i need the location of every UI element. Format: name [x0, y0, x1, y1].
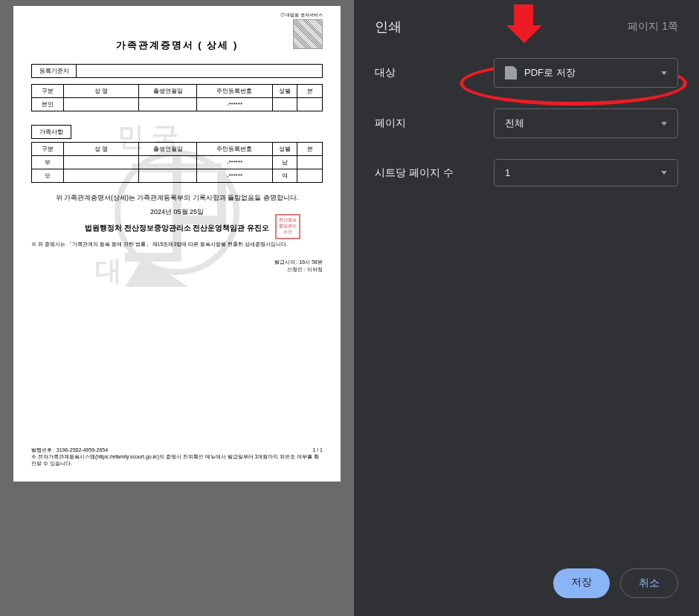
hdr-gubun: 구분 — [32, 85, 64, 98]
hdr-rrn: 주민등록번호 — [197, 143, 272, 156]
cert-issuer: 법원행정처 전산정보중앙관리소 전산운영책임관 유진오 전산정보중앙관리소인 — [31, 223, 323, 233]
row-pages: 페이지 전체 — [375, 108, 678, 138]
hdr-gubun: 구분 — [32, 143, 64, 156]
cell-bon — [297, 98, 323, 111]
footer-note: ※ 전자가족관계등록시스템(https://efamily.scourt.go.… — [31, 453, 323, 467]
per-sheet-label: 시트당 페이지 수 — [375, 166, 494, 180]
document-preview: ◎ 대법원 전자서비스 민 국 대 가족관계증명서 ( 상세 ) 등록기준지 구… — [13, 6, 341, 482]
issue-time-label: 발급시각 : — [274, 259, 300, 265]
issue-no-label: 발행번호 : — [31, 447, 57, 453]
destination-label: 대상 — [375, 66, 494, 80]
cert-issuer-text: 법원행정처 전산정보중앙관리소 전산운영책임관 유진오 — [85, 224, 269, 232]
cell-birth — [138, 156, 197, 169]
cell-name — [63, 169, 138, 183]
doc-meta: 발급시각 : 16시 58분 신청인 : 이하정 — [31, 259, 323, 274]
hdr-name: 성 명 — [63, 143, 138, 156]
issue-time: 16시 58분 — [299, 259, 323, 265]
seal-stamp: 전산정보중앙관리소인 — [275, 214, 300, 239]
hdr-birth: 출생연월일 — [138, 85, 197, 98]
per-sheet-value: 1 — [505, 167, 510, 178]
cell-birth — [138, 98, 197, 111]
cell-birth — [138, 169, 197, 183]
qr-label: ◎ 대법원 전자서비스 — [280, 12, 323, 19]
cert-text: 위 가족관계증명서(상세)는 가족관계등록부의 기록사항과 틀림없음을 증명합니… — [31, 193, 323, 203]
chevron-down-icon — [661, 122, 667, 126]
table-row: 부 -****** 남 — [32, 156, 323, 169]
cell-rrn: -****** — [197, 169, 272, 183]
row-destination: 대상 PDF로 저장 — [375, 58, 678, 88]
doc-footer: 발행번호 : 3196-2502-4959-2654 1 / 1 ※ 전자가족관… — [31, 447, 323, 467]
cell-name — [63, 156, 138, 169]
applicant-label: 신청인 : — [287, 267, 307, 272]
cell-gubun: 부 — [32, 156, 64, 169]
panel-header: 인쇄 페이지 1쪽 — [375, 18, 678, 36]
pages-value: 전체 — [505, 117, 524, 130]
cell-rrn: -****** — [197, 98, 272, 111]
cell-gender — [272, 98, 297, 111]
row-per-sheet: 시트당 페이지 수 1 — [375, 159, 678, 187]
save-button[interactable]: 저장 — [553, 568, 610, 598]
print-panel: 인쇄 페이지 1쪽 대상 PDF로 저장 페이지 전체 시트당 페이지 수 1 — [354, 0, 699, 616]
chevron-down-icon — [661, 71, 667, 75]
register-label: 등록기준지 — [32, 65, 77, 78]
hdr-bon: 본 — [297, 85, 323, 98]
cell-gubun: 본인 — [32, 98, 64, 111]
hdr-gender: 성별 — [272, 85, 297, 98]
table-row: 구분 성 명 출생연월일 주민등록번호 성별 본 — [32, 85, 323, 98]
cancel-button[interactable]: 취소 — [620, 568, 678, 598]
page-number: 1 / 1 — [312, 447, 323, 453]
page-count: 페이지 1쪽 — [628, 20, 678, 33]
hdr-gender: 성별 — [272, 143, 297, 156]
cell-bon — [297, 169, 323, 183]
applicant: 이하정 — [307, 267, 323, 272]
hdr-name: 성 명 — [63, 85, 138, 98]
panel-footer: 저장 취소 — [553, 568, 678, 598]
cell-bon — [297, 156, 323, 169]
family-section-label: 가족사항 — [31, 125, 71, 139]
pages-label: 페이지 — [375, 117, 494, 130]
pdf-icon — [505, 66, 517, 80]
panel-title: 인쇄 — [375, 18, 402, 36]
hdr-birth: 출생연월일 — [138, 143, 197, 156]
register-base-table: 등록기준지 — [31, 64, 323, 78]
cell-name — [63, 98, 138, 111]
table-row: 등록기준지 — [32, 65, 323, 78]
hdr-bon: 본 — [297, 143, 323, 156]
self-table: 구분 성 명 출생연월일 주민등록번호 성별 본 본인 -****** — [31, 84, 323, 111]
pages-dropdown[interactable]: 전체 — [494, 108, 678, 138]
cell-gubun: 모 — [32, 169, 64, 183]
cell-gender: 남 — [272, 156, 297, 169]
family-table: 구분 성 명 출생연월일 주민등록번호 성별 본 부 -****** 남 모 — [31, 142, 323, 183]
hdr-rrn: 주민등록번호 — [197, 85, 272, 98]
destination-value: PDF로 저장 — [524, 66, 576, 80]
preview-area: ◎ 대법원 전자서비스 민 국 대 가족관계증명서 ( 상세 ) 등록기준지 구… — [0, 0, 354, 616]
table-row: 모 -****** 여 — [32, 169, 323, 183]
per-sheet-dropdown[interactable]: 1 — [494, 159, 678, 187]
cell-rrn: -****** — [197, 156, 272, 169]
doc-note: ※ 위 증명서는 「가족관계의 등록 등에 관한 법률」 제15조제3항에 따른… — [31, 241, 323, 248]
table-row: 본인 -****** — [32, 98, 323, 111]
destination-dropdown[interactable]: PDF로 저장 — [494, 58, 678, 88]
register-value — [77, 65, 323, 78]
cell-gender: 여 — [272, 169, 297, 183]
chevron-down-icon — [661, 171, 667, 175]
doc-title: 가족관계증명서 ( 상세 ) — [31, 39, 323, 52]
issue-no: 3196-2502-4959-2654 — [57, 447, 108, 453]
table-row: 구분 성 명 출생연월일 주민등록번호 성별 본 — [32, 143, 323, 156]
